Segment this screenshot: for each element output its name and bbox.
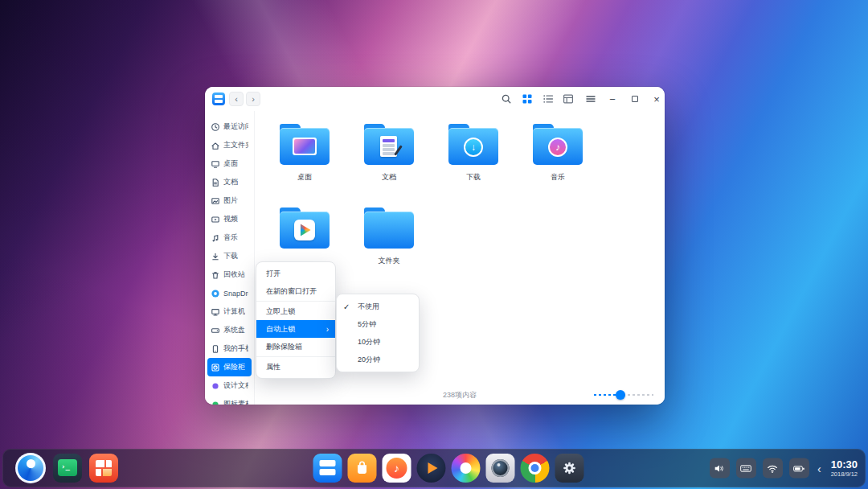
clock-icon <box>211 122 220 132</box>
folder-generic[interactable]: 文件夹 <box>349 199 429 281</box>
back-button[interactable]: ‹ <box>229 92 244 106</box>
submenu-item-5min[interactable]: 5分钟 <box>337 315 419 333</box>
image-viewer-icon[interactable] <box>452 454 481 483</box>
sidebar-item-home[interactable]: 主文件夹 <box>207 136 252 154</box>
green-tag-icon <box>211 400 220 405</box>
folder-grid: 桌面 文档 ↓ 下载 ♪ 音乐 <box>255 111 608 281</box>
desktop-icon <box>211 159 220 169</box>
chrome-icon[interactable] <box>521 454 550 483</box>
menu-item-delete-vault[interactable]: 删除保险箱 <box>256 338 335 355</box>
menu-item-lock-now[interactable]: 立即上锁 <box>256 302 335 320</box>
sidebar-item-label: 桌面 <box>223 158 238 169</box>
close-button[interactable]: × <box>649 92 664 106</box>
icon-size-slider[interactable] <box>594 390 653 400</box>
sidebar-item-system-disk[interactable]: 系统盘 <box>207 321 252 339</box>
submenu-item-never[interactable]: ✓ 不使用 <box>337 298 419 315</box>
sidebar-item-vault[interactable]: 保险柜 <box>207 358 252 376</box>
sidebar-item-pictures[interactable]: 图片 <box>207 191 252 210</box>
launcher-icon[interactable] <box>15 453 46 483</box>
sidebar-item-label: SnapDrop <box>223 290 248 298</box>
slider-thumb[interactable] <box>616 390 625 400</box>
menu-item-label: 自动上锁 <box>266 324 295 335</box>
folder-music[interactable]: ♪ 音乐 <box>518 115 598 197</box>
sidebar-item-desktop[interactable]: 桌面 <box>207 154 252 173</box>
menu-item-open-in-new-window[interactable]: 在新的窗口打开 <box>256 282 335 300</box>
clock-widget[interactable]: 10:30 2018/9/12 <box>829 458 858 478</box>
sidebar: 最近访问 主文件夹 桌面 文档 图片 视频 音乐 下载 <box>205 111 255 405</box>
sidebar-item-design-docs[interactable]: 设计文稿 <box>207 376 252 395</box>
trash-icon <box>211 270 220 280</box>
keyboard-icon[interactable] <box>736 458 756 479</box>
folder-label: 下载 <box>466 172 481 183</box>
sidebar-item-recent[interactable]: 最近访问 <box>207 117 252 136</box>
disk-icon <box>211 326 220 335</box>
menu-item-open[interactable]: 打开 <box>256 265 335 282</box>
folder-label: 文件夹 <box>379 256 400 266</box>
screenshot-decor-icon <box>293 138 317 155</box>
camera-app-icon[interactable] <box>486 454 515 483</box>
terminal-icon[interactable] <box>53 454 82 483</box>
gear-icon <box>560 458 579 478</box>
sidebar-item-downloads[interactable]: 下载 <box>207 247 252 265</box>
detail-view-icon[interactable] <box>561 92 575 106</box>
sidebar-item-label: 我的手机 <box>223 343 248 354</box>
battery-icon[interactable] <box>789 458 809 479</box>
submenu-item-10min[interactable]: 10分钟 <box>337 333 419 351</box>
titlebar[interactable]: ‹ › <box>205 87 665 111</box>
menu-item-auto-lock[interactable]: 自动上锁 › <box>256 320 335 338</box>
menu-icon[interactable] <box>583 92 598 106</box>
folder-icon: ↓ <box>448 128 498 165</box>
sidebar-item-label: 回收站 <box>223 269 245 280</box>
submenu-arrow-icon: › <box>326 325 329 334</box>
dock-center-group: ♪ <box>313 454 584 483</box>
sidebar-item-trash[interactable]: 回收站 <box>207 265 252 284</box>
control-center-icon[interactable] <box>555 454 584 483</box>
volume-icon[interactable] <box>710 458 730 479</box>
system-tray: ‹ 10:30 2018/9/12 <box>710 458 858 479</box>
sidebar-item-icon-assets[interactable]: 图标素材 <box>207 395 252 405</box>
app-grid-icon[interactable] <box>89 454 118 483</box>
menu-item-properties[interactable]: 属性 <box>256 358 335 376</box>
folder-icon <box>280 128 330 165</box>
wifi-icon[interactable] <box>763 458 783 479</box>
folder-desktop[interactable]: 桌面 <box>264 115 345 197</box>
list-view-icon[interactable] <box>541 92 555 106</box>
forward-button[interactable]: › <box>246 92 260 106</box>
sidebar-item-label: 下载 <box>223 251 238 261</box>
check-icon: ✓ <box>343 302 350 311</box>
submenu-item-label: 20分钟 <box>358 355 380 365</box>
sidebar-item-videos[interactable]: 视频 <box>207 210 252 228</box>
maximize-button[interactable] <box>628 92 642 106</box>
search-icon[interactable] <box>499 92 514 106</box>
sidebar-item-documents[interactable]: 文档 <box>207 173 252 191</box>
purple-tag-icon <box>211 381 220 391</box>
home-icon <box>211 141 220 150</box>
sidebar-item-label: 文档 <box>223 177 238 187</box>
file-manager-app-icon <box>212 92 225 105</box>
sidebar-item-label: 音乐 <box>223 232 238 243</box>
document-icon <box>211 178 220 187</box>
sidebar-item-snapdrop[interactable]: SnapDrop <box>207 284 252 302</box>
folder-icon <box>364 212 414 249</box>
file-manager-dock-icon[interactable] <box>313 454 342 483</box>
movie-app-icon[interactable] <box>417 454 446 483</box>
minimize-button[interactable]: − <box>605 92 620 106</box>
folder-documents[interactable]: 文档 <box>349 115 429 197</box>
music-app-icon[interactable]: ♪ <box>383 454 411 483</box>
folder-downloads[interactable]: ↓ 下载 <box>433 115 514 197</box>
auto-lock-submenu: ✓ 不使用 5分钟 10分钟 20分钟 <box>336 294 420 372</box>
folder-icon: ♪ <box>533 128 583 165</box>
music-note-icon: ♪ <box>383 454 411 483</box>
sidebar-item-music[interactable]: 音乐 <box>207 228 252 247</box>
phone-icon <box>211 344 220 354</box>
grid-view-icon[interactable] <box>520 92 534 106</box>
video-icon <box>211 215 220 224</box>
item-count: 238项内容 <box>443 390 477 401</box>
tray-collapse-icon[interactable]: ‹ <box>816 462 823 475</box>
menu-separator <box>256 301 335 302</box>
download-decor-icon: ↓ <box>464 138 483 157</box>
sidebar-item-my-phone[interactable]: 我的手机 <box>207 339 252 358</box>
app-store-icon[interactable] <box>348 454 377 483</box>
submenu-item-20min[interactable]: 20分钟 <box>337 351 419 368</box>
sidebar-item-computer[interactable]: 计算机 <box>207 302 252 321</box>
